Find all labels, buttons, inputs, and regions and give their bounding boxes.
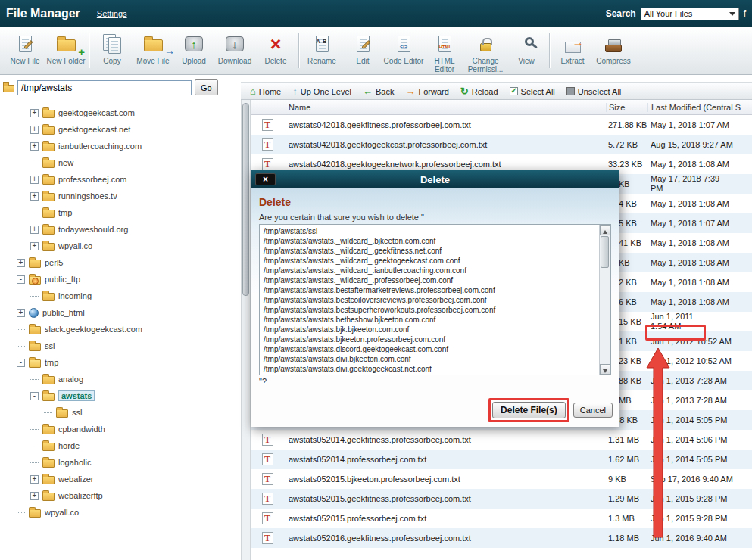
tree-item-webalizerftp[interactable]: webalizerftp <box>0 487 241 504</box>
text-file-icon <box>262 473 273 485</box>
toolbar-rename[interactable]: Rename <box>301 32 342 65</box>
tree-item-analog[interactable]: analog <box>0 371 241 387</box>
settings-link[interactable]: Settings <box>97 9 127 18</box>
file-row[interactable]: awstats042018.geekfitness.professorbeej.… <box>251 115 752 135</box>
tree-item-awstats[interactable]: awstats <box>0 387 241 404</box>
tree-item-professorbeej-com[interactable]: professorbeej.com <box>0 171 241 188</box>
tree-item-cpbandwidth[interactable]: cpbandwidth <box>0 421 241 437</box>
tree-item-geektogeekcast-com[interactable]: geektogeekcast.com <box>0 104 241 121</box>
nav-unselect-all[interactable]: Unselect All <box>566 87 621 96</box>
tree-item-tmp-2[interactable]: tmp <box>0 354 241 371</box>
tree-item-public-html[interactable]: public_html <box>0 304 241 321</box>
file-size: 33.23 KB <box>606 160 647 169</box>
expand-plus-icon[interactable] <box>30 242 39 250</box>
tree-item-logaholic[interactable]: logaholic <box>0 454 241 471</box>
tree-item-runningshoes-tv[interactable]: runningshoes.tv <box>0 188 241 204</box>
tree-item-tmp[interactable]: tmp <box>0 204 241 221</box>
folder-icon <box>42 226 55 235</box>
toolbar-label: Move File <box>133 57 173 65</box>
cancel-button[interactable]: Cancel <box>573 403 613 418</box>
modified-column-header[interactable]: Last Modified (Central S <box>647 103 752 112</box>
text-file-icon <box>262 512 273 524</box>
file-row[interactable]: awstats052014.geekfitness.professorbeej.… <box>251 430 752 450</box>
go-button[interactable]: Go <box>195 79 218 95</box>
nav-select-all[interactable]: Select All <box>510 87 555 96</box>
expand-plus-icon[interactable] <box>30 176 39 184</box>
toolbar-code-editor[interactable]: Code Editor <box>383 32 424 65</box>
tree-item-webalizer[interactable]: webalizer <box>0 471 241 487</box>
search-scope-select[interactable]: All Your Files <box>641 8 739 20</box>
toolbar-change-permissions[interactable]: Change Permissi... <box>465 32 506 73</box>
collapse-minus-icon[interactable] <box>17 359 25 367</box>
toolbar-download[interactable]: Download <box>214 32 255 65</box>
toolbar-upload[interactable]: Upload <box>173 32 214 65</box>
tree-item-horde[interactable]: horde <box>0 437 241 454</box>
delete-path-line: /tmp/awstats/awstats.divi.bjkeeton.com.c… <box>264 354 597 364</box>
nav-forward[interactable]: Forward <box>405 87 448 96</box>
collapse-minus-icon[interactable] <box>30 392 39 400</box>
nav-up-one-level[interactable]: Up One Level <box>292 87 351 96</box>
delete-path-line: /tmp/awstats/awstats.discord.geektogeekc… <box>264 344 597 354</box>
expand-plus-icon[interactable] <box>30 142 39 151</box>
checked-box-icon <box>510 87 518 95</box>
close-icon[interactable] <box>255 173 276 185</box>
tree-item-ssl[interactable]: ssl <box>0 338 241 354</box>
expand-plus-icon[interactable] <box>17 309 25 317</box>
tree-item-awstats-ssl[interactable]: ssl <box>0 404 241 421</box>
nav-back[interactable]: Back <box>363 87 394 96</box>
nav-home[interactable]: Home <box>250 87 281 96</box>
dialog-list-scrollbar[interactable] <box>599 225 610 375</box>
toolbar-view[interactable]: View <box>506 32 547 65</box>
toolbar-move-file[interactable]: Move File <box>133 32 173 65</box>
delete-path-line: /tmp/awstats/awstats._wildcard_.ianbutle… <box>264 266 597 275</box>
tree-item-wpyall-co-2[interactable]: wpyall.co <box>0 504 241 521</box>
file-row[interactable]: awstats052015.professorbeej.com.txt1.3 M… <box>251 509 752 528</box>
tree-item-public-ftp[interactable]: public_ftp <box>0 271 241 288</box>
expand-plus-icon[interactable] <box>30 226 39 234</box>
html-editor-icon <box>438 36 451 52</box>
toolbar-copy[interactable]: Copy <box>92 32 133 65</box>
tree-item-new[interactable]: new <box>0 154 241 171</box>
scrollbar-thumb[interactable] <box>242 103 249 296</box>
tree-item-ianbutlercoaching-com[interactable]: ianbutlercoaching.com <box>0 138 241 154</box>
folder-icon <box>42 293 55 301</box>
file-row[interactable]: awstats052016.geekfitness.professorbeej.… <box>251 528 752 548</box>
path-input[interactable] <box>17 80 192 95</box>
toolbar-new-folder[interactable]: New Folder <box>45 32 86 65</box>
toolbar-edit[interactable]: Edit <box>342 32 383 65</box>
toolbar-delete[interactable]: Delete <box>255 32 296 65</box>
scroll-up-arrow-icon[interactable] <box>600 225 610 235</box>
toolbar-new-file[interactable]: New File <box>5 32 45 65</box>
name-column-header[interactable]: Name <box>284 103 606 112</box>
scroll-down-arrow-icon[interactable] <box>600 364 610 375</box>
delete-files-button[interactable]: Delete File(s) <box>492 402 566 418</box>
file-row[interactable]: awstats052014.professorbeej.com.txt1.62 … <box>251 450 752 469</box>
expand-plus-icon[interactable] <box>30 109 39 117</box>
toolbar-compress[interactable]: Compress <box>593 32 634 65</box>
expand-plus-icon[interactable] <box>17 259 25 267</box>
tree-item-wpyall-co[interactable]: wpyall.co <box>0 238 241 254</box>
tree-item-incoming[interactable]: incoming <box>0 288 241 304</box>
file-row[interactable]: awstats052015.geekfitness.professorbeej.… <box>251 489 752 509</box>
tree-item-geektogeekcast-net[interactable]: geektogeekcast.net <box>0 121 241 138</box>
expand-plus-icon[interactable] <box>30 192 39 201</box>
nav-label: Back <box>376 87 394 96</box>
expand-plus-icon[interactable] <box>30 475 39 484</box>
tree-item-todayweshould-org[interactable]: todayweshould.org <box>0 221 241 238</box>
size-column-header[interactable]: Size <box>606 103 647 112</box>
file-row[interactable]: awstats042018.geektogeekcast.professorbe… <box>251 135 752 154</box>
tree-scrollbar[interactable] <box>241 100 251 560</box>
file-size: 1.62 MB <box>606 455 647 464</box>
delete-file-list[interactable]: /tmp/awstats/ssl /tmp/awstats/awstats._w… <box>259 224 611 375</box>
toolbar-html-editor[interactable]: HTML Editor <box>424 32 465 73</box>
tree-item-slack-geektogeekcast-com[interactable]: slack.geektogeekcast.com <box>0 321 241 338</box>
tree-item-perl5[interactable]: perl5 <box>0 254 241 271</box>
nav-reload[interactable]: Reload <box>460 87 498 96</box>
scrollbar-thumb[interactable] <box>601 236 609 268</box>
file-row[interactable]: awstats052015.bjkeeton.professorbeej.com… <box>251 469 752 489</box>
expand-plus-icon[interactable] <box>30 126 39 134</box>
toolbar-extract[interactable]: Extract <box>552 32 593 65</box>
expand-plus-icon[interactable] <box>30 492 39 500</box>
collapse-minus-icon[interactable] <box>17 275 25 284</box>
tree-connector <box>17 512 25 513</box>
